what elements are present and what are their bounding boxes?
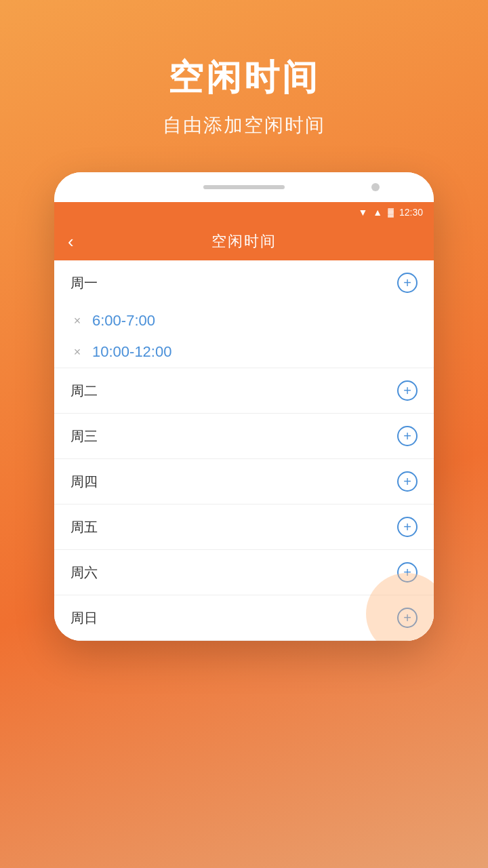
day-label-thursday: 周四 [70,473,98,491]
signal-icon: ▲ [373,207,382,218]
day-header-thursday: 周四+ [54,459,434,504]
remove-time-button[interactable]: × [70,314,84,328]
add-time-button-thursday[interactable]: + [397,471,418,492]
back-button[interactable]: ‹ [68,231,74,252]
nav-bar: ‹ 空闲时间 [54,222,434,260]
battery-icon: ▓ [388,208,394,217]
time-range: 6:00-7:00 [92,312,155,330]
day-section-thursday: 周四+ [54,459,434,505]
time-range: 10:00-12:00 [92,343,171,361]
day-label-wednesday: 周三 [70,427,98,446]
app-content: 周一+×6:00-7:00×10:00-12:00周二+周三+周四+周五+周六+… [54,260,434,641]
day-header-tuesday: 周二+ [54,368,434,413]
main-title: 空闲时间 [168,54,320,102]
day-label-tuesday: 周二 [70,382,98,400]
phone-notch [203,185,285,189]
day-header-friday: 周五+ [54,505,434,549]
remove-time-button[interactable]: × [70,345,84,359]
header-section: 空闲时间 自由添加空闲时间 [0,0,488,172]
status-time: 12:30 [399,207,423,218]
add-time-button-wednesday[interactable]: + [397,426,418,446]
day-section-tuesday: 周二+ [54,368,434,414]
day-label-friday: 周五 [70,518,98,536]
day-section-friday: 周五+ [54,505,434,550]
status-bar: ▼ ▲ ▓ 12:30 [54,202,434,222]
add-time-button-friday[interactable]: + [397,517,418,537]
day-label-sunday: 周日 [70,609,98,627]
sub-title: 自由添加空闲时间 [163,113,325,138]
day-label-monday: 周一 [70,274,98,292]
day-section-monday: 周一+×6:00-7:00×10:00-12:00 [54,260,434,368]
day-label-saturday: 周六 [70,564,98,582]
day-header-wednesday: 周三+ [54,414,434,458]
phone-mockup: ▼ ▲ ▓ 12:30 ‹ 空闲时间 周一+×6:00-7:00×10:00-1… [54,172,434,641]
day-header-monday: 周一+ [54,260,434,305]
add-time-button-monday[interactable]: + [397,273,418,293]
time-slot: ×10:00-12:00 [54,336,434,368]
wifi-icon: ▼ [358,207,367,218]
nav-title: 空闲时间 [211,231,277,252]
phone-top-bar [54,172,434,202]
day-section-wednesday: 周三+ [54,414,434,459]
time-slot: ×6:00-7:00 [54,305,434,336]
add-time-button-tuesday[interactable]: + [397,380,418,401]
phone-camera [371,183,380,191]
